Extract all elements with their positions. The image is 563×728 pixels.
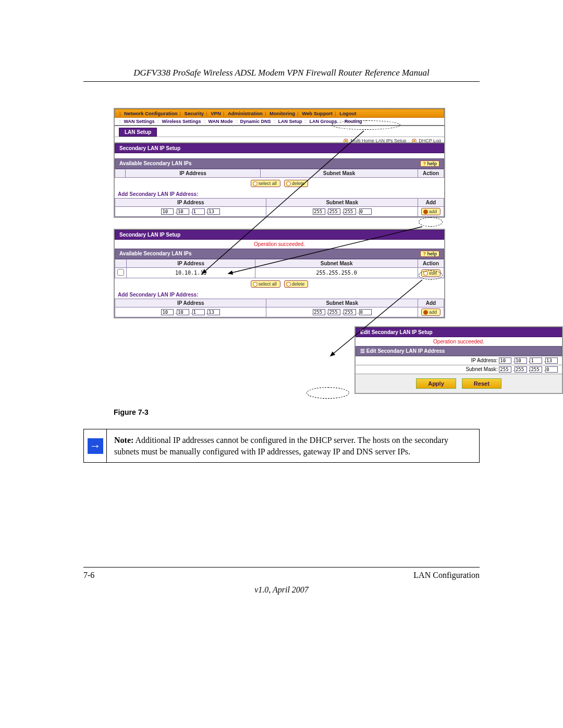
help-button[interactable]: ? help xyxy=(420,251,439,257)
col-mask: Subnet Mask xyxy=(255,260,418,268)
subnav-wanmode[interactable]: WAN Mode xyxy=(209,119,233,124)
col-ip: IP Address xyxy=(115,299,266,307)
edit-ip-input[interactable]: . . . xyxy=(499,357,558,364)
top-nav: | Network Configuration | Security | VPN… xyxy=(115,109,444,118)
add-table: IP Address Subnet Mask Add . . . . . . a… xyxy=(115,299,444,317)
avail-header: Available Secondary LAN IPs ? help xyxy=(115,249,444,259)
col-action: Action xyxy=(418,260,444,268)
ip-label: IP Address: xyxy=(454,357,498,363)
edit-subheader: ☰ Edit Secondary LAN IP Address xyxy=(356,346,562,356)
add-button[interactable]: add xyxy=(421,309,440,316)
subnet-mask-input[interactable]: . . . xyxy=(313,309,372,315)
subnet-mask-input[interactable]: . . . xyxy=(313,208,372,215)
col-add: Add xyxy=(418,299,444,307)
col-add: Add xyxy=(418,199,444,207)
select-all-button[interactable]: select all xyxy=(251,280,280,288)
row-checkbox[interactable] xyxy=(117,269,124,276)
subnav-lansetup[interactable]: LAN Setup xyxy=(278,119,302,124)
page-footer: 7-6 LAN Configuration xyxy=(83,567,480,580)
section-header: Secondary LAN IP Setup xyxy=(115,143,444,153)
add-header: Add Secondary LAN IP Address: xyxy=(115,290,444,299)
help-button[interactable]: ? help xyxy=(420,161,439,167)
section-name: LAN Configuration xyxy=(413,571,480,580)
col-ip: IP Address xyxy=(115,199,266,207)
version-label: v1.0, April 2007 xyxy=(83,585,480,595)
note-box: → Note: Additional IP addresses cannot b… xyxy=(83,429,480,463)
row-ip: 10.10.1.13 xyxy=(127,268,255,278)
select-all-button[interactable]: select all xyxy=(251,180,280,187)
ip-address-input[interactable]: . . . xyxy=(161,208,220,215)
subnav-wireless[interactable]: Wireless Settings xyxy=(162,119,201,124)
nav-admin[interactable]: Administration xyxy=(227,110,264,116)
annotation-ellipse xyxy=(307,387,349,399)
tab-lan-setup[interactable]: LAN Setup xyxy=(119,128,157,137)
add-button[interactable]: add xyxy=(421,208,440,215)
section-header: Secondary LAN IP Setup xyxy=(115,230,444,240)
note-arrow-icon: → xyxy=(84,429,107,462)
nav-monitoring[interactable]: Monitoring xyxy=(268,110,296,116)
add-table: IP Address Subnet Mask Add . . . . . . a… xyxy=(115,198,444,217)
annotation-ellipse xyxy=(419,270,443,280)
panel-2: Secondary LAN IP Setup Operation succeed… xyxy=(114,229,445,318)
nav-websupport[interactable]: Web Support xyxy=(301,110,334,116)
annotation-ellipse xyxy=(332,120,400,130)
note-text: Note: Additional IP addresses cannot be … xyxy=(107,429,479,462)
annotation-ellipse xyxy=(419,217,443,227)
row-mask: 255.255.255.0 xyxy=(255,268,418,278)
panel-1-body: Secondary LAN IP Setup Available Seconda… xyxy=(114,142,445,218)
col-ip: IP Address xyxy=(126,169,261,178)
nav-logout[interactable]: Logout xyxy=(338,110,357,116)
section-header: Edit Secondary LAN IP Setup xyxy=(356,327,562,337)
nav-vpn[interactable]: VPN xyxy=(210,110,222,116)
ip-address-input[interactable]: . . . xyxy=(161,309,220,315)
table-row: 10.10.1.13 255.255.255.0 edit xyxy=(115,268,444,278)
figure-caption: Figure 7-3 xyxy=(114,408,480,416)
figure-wrap: | Network Configuration | Security | VPN… xyxy=(114,108,447,400)
status-message: Operation succeeded. xyxy=(115,240,444,249)
panel-3: Edit Secondary LAN IP Setup Operation su… xyxy=(354,326,563,394)
col-mask: Subnet Mask xyxy=(266,299,418,307)
status-message: Operation succeeded. xyxy=(356,337,562,346)
edit-mask-input[interactable]: . . . xyxy=(499,366,558,373)
subnav-wan[interactable]: WAN Settings xyxy=(124,119,155,124)
reset-button[interactable]: Reset xyxy=(462,378,501,389)
col-mask: Subnet Mask xyxy=(261,169,418,178)
col-ip: IP Address xyxy=(127,260,255,268)
delete-button[interactable]: delete xyxy=(284,180,309,187)
page-number: 7-6 xyxy=(83,571,94,580)
apply-button[interactable]: Apply xyxy=(416,378,456,389)
col-action: Action xyxy=(418,169,444,178)
nav-security[interactable]: Security xyxy=(183,110,205,116)
add-header: Add Secondary LAN IP Address: xyxy=(115,189,444,198)
col-mask: Subnet Mask xyxy=(266,199,418,207)
delete-button[interactable]: delete xyxy=(284,280,309,288)
nav-network[interactable]: Network Configuration xyxy=(123,110,178,116)
subnav-ddns[interactable]: Dynamic DNS xyxy=(240,119,271,124)
avail-table: IP Address Subnet Mask Action xyxy=(115,169,444,178)
avail-table: IP Address Subnet Mask Action 10.10.1.13… xyxy=(115,259,444,278)
doc-title: DGFV338 ProSafe Wireless ADSL Modem VPN … xyxy=(83,68,480,82)
avail-header: Available Secondary LAN IPs ? help xyxy=(115,158,444,169)
mask-label: Subnet Mask: xyxy=(454,366,498,372)
